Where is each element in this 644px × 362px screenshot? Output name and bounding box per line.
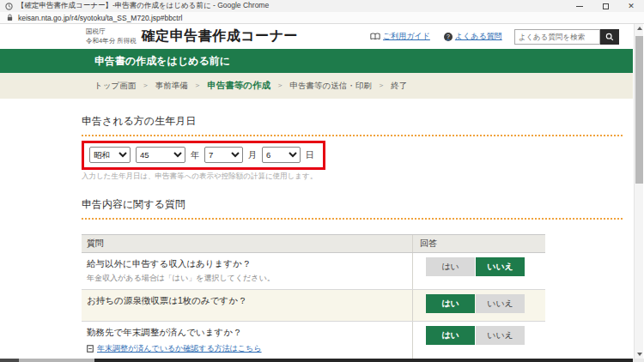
vertical-scrollbar[interactable] (634, 24, 643, 359)
agency-name: 国税庁 (86, 27, 137, 36)
breadcrumb-separator: ＞ (378, 81, 386, 91)
birthdate-note: 入力した生年月日は、申告書等への表示や控除額の計算に使用します。 (82, 172, 623, 182)
url-bar[interactable]: keisan.nta.go.jp/r4/syotoku/ta_SS_M720.j… (0, 12, 644, 24)
tab-favicon-clock-icon (5, 3, 13, 10)
book-icon (370, 33, 380, 40)
year-unit-label: 年 (191, 149, 199, 161)
site-title: 確定申告書作成コーナー (142, 27, 298, 45)
search-button[interactable] (600, 29, 619, 45)
tab-title: 【確定申告書作成コーナー】-申告書の作成をはじめる前に - Google Chr… (17, 1, 269, 11)
question-text: お持ちの源泉徴収票は1枚のみですか？ (87, 295, 405, 307)
no-button[interactable]: いいえ (476, 326, 525, 345)
close-button[interactable]: ✕ (618, 0, 644, 12)
tax-year-label: 令和4年分 所得税 (86, 37, 137, 45)
questions-table: 質問 回答 給与以外に申告する収入はありますか？ 年金収入がある場合は「はい」を… (82, 234, 545, 362)
breadcrumb-item-top[interactable]: トップ画面 (94, 81, 136, 92)
no-button[interactable]: いいえ (476, 257, 525, 276)
questions-section-title: 申告内容に関する質問 (82, 197, 623, 220)
scroll-down-arrow[interactable] (635, 350, 644, 359)
faq-link-label: よくある質問 (455, 31, 502, 42)
lock-icon (7, 14, 13, 21)
bottom-edge-strip (0, 359, 644, 362)
yes-button[interactable]: はい (426, 326, 475, 345)
document-icon (87, 345, 94, 353)
question-row: お持ちの源泉徴収票は1枚のみですか？ はい いいえ (82, 290, 545, 322)
question-circle-icon: ? (444, 33, 453, 41)
month-unit-label: 月 (248, 149, 257, 161)
breadcrumb-item-send-print[interactable]: 申告書等の送信・印刷 (289, 81, 371, 92)
breadcrumb-item-finish[interactable]: 終了 (391, 81, 407, 92)
birthdate-section-title: 申告される方の生年月日 (82, 114, 623, 136)
question-row: 給与以外に申告する収入はありますか？ 年金収入がある場合は「はい」を選択してくだ… (82, 253, 545, 290)
question-link[interactable]: 年末調整が済んでいるか確認する方法はこちら (87, 343, 405, 354)
question-subtext: 年金収入がある場合は「はい」を選択してください。 (87, 273, 405, 284)
question-column-header: 質問 (82, 238, 412, 250)
month-select[interactable]: 7 (204, 147, 243, 163)
page-banner-title: 申告書の作成をはじめる前に (94, 54, 230, 69)
main-content: 申告される方の生年月日 昭和 45 年 7 月 6 日 入力した生年月日は、申告… (82, 99, 623, 362)
yes-button[interactable]: はい (426, 294, 475, 313)
day-select[interactable]: 6 (262, 147, 301, 163)
question-row: 勤務先で年末調整が済んでいますか？ 年末調整が済んでいるか確認する方法はこちら … (82, 322, 545, 360)
breadcrumb-item-create-return[interactable]: 申告書等の作成 (207, 80, 270, 92)
breadcrumb-item-preparation[interactable]: 事前準備 (155, 81, 188, 92)
faq-search (514, 29, 619, 45)
url-text: keisan.nta.go.jp/r4/syotoku/ta_SS_M720.j… (18, 14, 182, 22)
question-text: 勤務先で年末調整が済んでいますか？ (87, 327, 405, 339)
breadcrumb-separator: ＞ (194, 81, 202, 91)
search-input[interactable] (514, 29, 600, 45)
breadcrumb-separator: ＞ (142, 81, 149, 91)
questions-table-header: 質問 回答 (82, 235, 545, 253)
minimize-button[interactable] (567, 0, 592, 12)
era-select[interactable]: 昭和 (89, 147, 131, 163)
no-button[interactable]: いいえ (476, 294, 525, 313)
answer-column-header: 回答 (412, 235, 545, 252)
breadcrumb-separator: ＞ (276, 81, 284, 91)
guide-link[interactable]: ご利用ガイド (370, 31, 430, 42)
day-unit-label: 日 (306, 149, 314, 161)
browser-titlebar: 【確定申告書作成コーナー】-申告書の作成をはじめる前に - Google Chr… (0, 0, 644, 12)
faq-link[interactable]: ? よくある質問 (444, 31, 502, 42)
scroll-up-arrow[interactable] (635, 24, 644, 33)
guide-link-label: ご利用ガイド (383, 31, 430, 42)
restore-icon (603, 3, 609, 9)
questions-rows: 給与以外に申告する収入はありますか？ 年金収入がある場合は「はい」を選択してくだ… (82, 253, 545, 362)
site-header: 国税庁 令和4年分 所得税 確定申告書作成コーナー ご利用ガイド ? よくある質… (0, 24, 633, 49)
search-icon (605, 33, 614, 41)
close-icon: ✕ (628, 3, 635, 10)
minimize-icon (576, 6, 583, 7)
breadcrumb: トップ画面 ＞ 事前準備 ＞ 申告書等の作成 ＞ 申告書等の送信・印刷 ＞ 終了 (0, 73, 633, 99)
question-link-text: 年末調整が済んでいるか確認する方法はこちら (97, 343, 262, 354)
browser-window: 【確定申告書作成コーナー】-申告書の作成をはじめる前に - Google Chr… (0, 0, 644, 362)
year-select[interactable]: 45 (136, 147, 185, 163)
birthdate-highlight-box: 昭和 45 年 7 月 6 日 (82, 141, 325, 170)
page-banner: 申告書の作成をはじめる前に (0, 49, 633, 73)
scrollbar-thumb[interactable] (635, 36, 643, 184)
agency-block: 国税庁 令和4年分 所得税 (86, 27, 137, 45)
question-text: 給与以外に申告する収入はありますか？ (87, 258, 405, 270)
restore-button[interactable] (592, 0, 618, 12)
yes-button[interactable]: はい (426, 257, 475, 276)
